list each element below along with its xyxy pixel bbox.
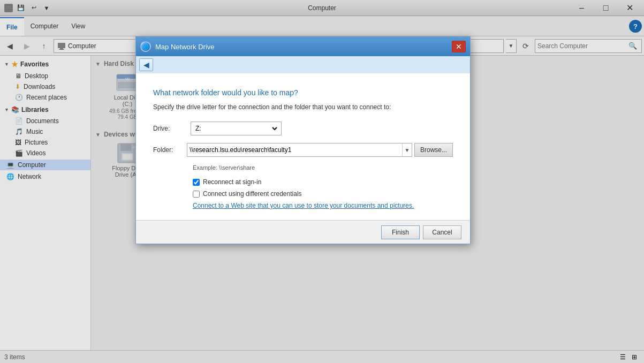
dialog-body: What network folder would you like to ma… [136,73,470,220]
reconnect-label[interactable]: Reconnect at sign-in [203,178,261,186]
dialog-subtext: Specify the drive letter for the connect… [153,103,453,111]
example-text: Example: \\server\share [193,164,453,171]
map-network-drive-dialog: 🌐 Map Network Drive ✕ ◀ What network fol… [135,36,471,244]
folder-row: Folder: ▼ Browse... [153,143,453,157]
diff-creds-label[interactable]: Connect using different credentials [203,190,302,198]
dialog-heading: What network folder would you like to ma… [153,88,453,97]
diff-creds-row: Connect using different credentials [193,190,453,198]
folder-dropdown-btn[interactable]: ▼ [402,143,412,156]
drive-select[interactable]: Z: Y: X: [193,124,279,133]
diff-creds-checkbox[interactable] [193,191,200,198]
dialog-footer: Finish Cancel [136,220,470,244]
drive-select-wrapper: Z: Y: X: [191,122,282,135]
drive-row: Drive: Z: Y: X: [153,122,453,135]
cancel-button[interactable]: Cancel [423,225,461,239]
dialog-title-bar: 🌐 Map Network Drive ✕ [136,37,470,56]
dialog-title-left: 🌐 Map Network Drive [140,41,215,52]
reconnect-checkbox[interactable] [193,179,200,186]
browse-button[interactable]: Browse... [414,143,453,157]
folder-label: Folder: [153,146,181,154]
folder-input-row: ▼ Browse... [187,143,453,157]
finish-button[interactable]: Finish [381,225,420,239]
web-store-link[interactable]: Connect to a Web site that you can use t… [193,202,453,209]
dialog-nav: ◀ [136,56,470,73]
dialog-title-text: Map Network Drive [155,43,215,51]
dialog-globe-icon: 🌐 [140,41,151,52]
folder-input-wrap: ▼ [187,143,412,157]
reconnect-row: Reconnect at sign-in [193,178,453,186]
dialog-overlay: 🌐 Map Network Drive ✕ ◀ What network fol… [0,0,644,363]
folder-input[interactable] [187,146,402,154]
dialog-close-button[interactable]: ✕ [452,41,466,52]
dialog-back-button[interactable]: ◀ [139,58,153,71]
drive-label: Drive: [153,125,185,132]
